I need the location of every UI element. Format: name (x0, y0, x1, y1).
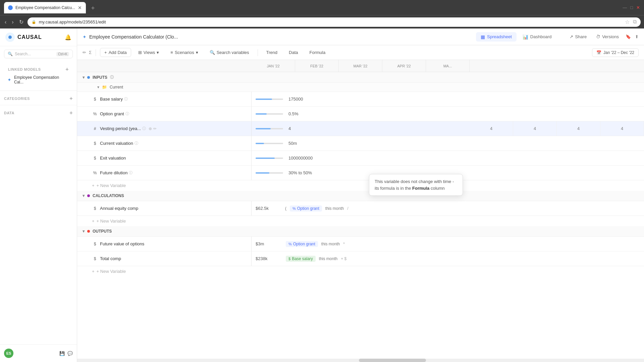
var-formula-exit-val[interactable]: 1000000000 (252, 151, 644, 165)
formula-paren-open: ( (285, 206, 286, 211)
header-actions: ↗ Share ⏱ Versions 🔖 ⬆ (567, 33, 639, 41)
current-val-info[interactable]: ⓘ (135, 141, 138, 146)
option-grant-value: 0.5% (288, 111, 315, 116)
new-tab-button[interactable]: ＋ (90, 4, 96, 12)
formula-icon[interactable]: Σ (89, 50, 92, 55)
var-formula-option-grant[interactable]: 0.5% (252, 107, 644, 121)
future-dil-info[interactable]: ⓘ (129, 170, 132, 175)
option-grant-name: Option grant (100, 111, 124, 116)
share-action-icon[interactable]: ⬆ (635, 34, 639, 39)
exit-val-name: Exit valuation (100, 156, 126, 161)
scenarios-button[interactable]: ≡ Scenarios ▾ (166, 48, 202, 57)
add-category-button[interactable]: + (69, 96, 73, 102)
var-formula-total-comp[interactable]: $238k $ Base salary this month + $ (252, 251, 644, 266)
address-bar[interactable]: 🔒 my.causal.app/models/235651/edit ☆ ⧉ (28, 17, 641, 27)
search-variables-button[interactable]: 🔍 Search variables (205, 48, 254, 57)
back-button[interactable]: ‹ (3, 18, 8, 26)
window-close[interactable]: ✕ (636, 5, 640, 10)
search-placeholder: Search... (15, 52, 31, 56)
base-salary-info[interactable]: ⓘ (124, 97, 128, 102)
bookmark-icon[interactable]: ☆ (625, 19, 630, 25)
toolbar-divider-2 (258, 49, 258, 56)
vesting-cell-apr: 4 (600, 121, 644, 136)
window-maximize[interactable]: □ (630, 5, 633, 10)
views-chevron-icon: ▾ (157, 50, 159, 55)
avatar[interactable]: ES (4, 349, 13, 358)
tab-spreadsheet[interactable]: ▦ Spreadsheet (476, 32, 517, 42)
extensions-icon[interactable]: ⧉ (633, 19, 637, 25)
sidebar-divider-2 (0, 105, 77, 105)
address-bar-row: ‹ › ↻ 🔒 my.causal.app/models/235651/edit… (0, 15, 644, 28)
vesting-copy-icon[interactable]: ⊕ (149, 126, 152, 131)
chat-icon[interactable]: 💬 (67, 351, 73, 356)
add-data-button[interactable]: + Add Data (100, 48, 131, 57)
horizontal-scrollbar[interactable] (77, 359, 644, 362)
col-header-feb: FEB '22 (295, 60, 339, 72)
tab-dashboard[interactable]: 📊 Dashboard (518, 32, 556, 42)
total-comp-value: $238k (256, 256, 282, 261)
var-row-annual-equity: $ Annual equity comp $62.5k ( % Option g… (77, 201, 644, 216)
var-formula-future-value[interactable]: $3m % Option grant this month * (252, 237, 644, 251)
share-button[interactable]: ↗ Share (567, 33, 589, 41)
base-salary-value: 175000 (288, 97, 315, 102)
current-group-toggle[interactable]: ▾ (97, 85, 99, 89)
spreadsheet-area[interactable]: JAN '22 FEB '22 MAR '22 APR '22 MA... ▾ … (77, 60, 644, 359)
vesting-bar (256, 128, 286, 129)
add-variable-outputs[interactable]: + + New Variable (77, 266, 644, 277)
var-formula-annual-equity[interactable]: $62.5k ( % Option grant this month / (252, 201, 644, 216)
var-label-vesting: # Vesting period (yea... ⓘ ⊕ ✏ (77, 121, 252, 136)
option-grant-pill-fv[interactable]: % Option grant (286, 241, 318, 247)
base-salary-pill-tc[interactable]: $ Base salary (286, 256, 316, 262)
var-formula-base-salary[interactable]: 175000 (252, 92, 644, 106)
var-label-base-salary: $ Base salary ⓘ (77, 92, 252, 106)
scenarios-icon: ≡ (170, 50, 173, 55)
add-linked-model-button[interactable]: + (65, 66, 69, 72)
var-formula-current-val[interactable]: 50m (252, 136, 644, 150)
dollar-icon-ae: $ (92, 205, 98, 212)
dollar-icon-ev: $ (92, 155, 98, 161)
outputs-section-header: ▾ OUTPUTS (77, 226, 644, 237)
scrollbar-thumb[interactable] (359, 359, 426, 362)
inputs-toggle[interactable]: ▾ (83, 75, 85, 80)
date-range-picker[interactable]: 📅 Jan '22 – Dec '22 (592, 48, 639, 57)
browser-tab[interactable]: Employee Compensation Calcu... ✕ (4, 2, 86, 13)
var-label-annual-equity: $ Annual equity comp (77, 201, 252, 216)
sidebar-bottom: ES 💾 💬 (0, 344, 77, 362)
edit-icon[interactable]: ✏ (83, 50, 86, 55)
add-data-button[interactable]: + (69, 110, 73, 116)
calculations-toggle[interactable]: ▾ (83, 193, 85, 198)
var-formula-vesting[interactable]: 4 (252, 121, 470, 136)
url-text: my.causal.app/models/235651/edit (39, 19, 106, 24)
forward-button[interactable]: › (10, 18, 15, 26)
tab-close-button[interactable]: ✕ (78, 5, 82, 10)
data-button[interactable]: Data (284, 48, 302, 57)
var-row-base-salary: $ Base salary ⓘ 175000 (77, 92, 644, 107)
sidebar-item-model[interactable]: ✦ Employee Compensation Cal... (4, 73, 73, 86)
base-salary-name: Base salary (100, 97, 123, 102)
formula-tab-button[interactable]: Formula (305, 48, 330, 57)
var-label-current-val: $ Current valuation ⓘ (77, 136, 252, 150)
option-grant-info[interactable]: ⓘ (125, 111, 129, 116)
categories-label: Categories + (0, 94, 77, 102)
vesting-edit-icon[interactable]: ✏ (153, 126, 157, 131)
vesting-info[interactable]: ⓘ (142, 126, 146, 131)
save-icon[interactable]: 💾 (59, 351, 65, 356)
option-grant-pill[interactable]: % Option grant (290, 205, 322, 212)
add-variable-calculations[interactable]: + + New Variable (77, 216, 644, 226)
tab-title: Employee Compensation Calcu... (15, 5, 75, 10)
trend-button[interactable]: Trend (262, 48, 282, 57)
views-button[interactable]: ⊞ Views ▾ (134, 48, 163, 57)
bookmark-action-icon[interactable]: 🔖 (626, 34, 631, 39)
current-val-bar (256, 143, 286, 144)
dollar-icon-fv: $ (92, 241, 98, 247)
versions-button[interactable]: ⏱ Versions (593, 33, 622, 41)
inputs-info-icon[interactable]: ⓘ (110, 75, 114, 80)
notification-icon[interactable]: 🔔 (65, 34, 71, 41)
outputs-toggle[interactable]: ▾ (83, 229, 85, 234)
var-row-future-dilution: % Future dilution ⓘ 30% to 50% (77, 166, 644, 180)
window-minimize[interactable]: — (623, 5, 627, 10)
add-variable-inputs[interactable]: + + New Variable (77, 180, 644, 191)
add-icon-inputs: + (92, 183, 95, 188)
reload-button[interactable]: ↻ (18, 17, 25, 26)
search-bar[interactable]: 🔍 Search... Ctrl+K (4, 50, 73, 58)
